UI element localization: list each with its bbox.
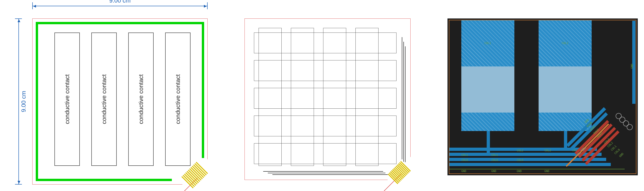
grid-row <box>254 143 396 164</box>
conductive-contact: conductive contact <box>128 32 154 166</box>
net-label: COL1 <box>461 154 468 157</box>
net-label: GND <box>491 170 496 173</box>
guard-ring-bottom <box>36 179 172 181</box>
net-label: COL0 <box>461 158 468 162</box>
board-outline-middle <box>244 18 410 180</box>
trace-vertical <box>632 21 636 104</box>
conductive-contact: conductive contact <box>165 32 190 166</box>
panel-right: COL1 COL2 COL1 COL1 COL2 COL2 COL2 COL0 … <box>448 18 638 175</box>
conductive-contact: conductive contact <box>91 32 117 166</box>
net-label: COL2 <box>562 42 568 45</box>
pad-icon <box>627 124 633 130</box>
grid-row <box>254 88 396 109</box>
pad-col <box>461 112 514 131</box>
trace <box>263 171 383 172</box>
trace <box>405 46 406 164</box>
guard-ring-top <box>36 22 204 24</box>
net-label: GND <box>461 170 466 173</box>
net-label: GND <box>630 64 634 69</box>
guard-ring-left <box>36 22 38 181</box>
trace <box>268 173 386 173</box>
contact-label: conductive contact <box>64 74 71 124</box>
board-outline-left: conductive contact conductive contact co… <box>32 18 208 184</box>
net-label: GND <box>517 170 522 173</box>
net-label: GND <box>544 170 550 173</box>
net-label: COL1 <box>484 42 491 45</box>
net-label: GND <box>619 152 624 158</box>
panel-middle <box>244 18 410 180</box>
grid-row <box>254 60 396 81</box>
conductive-contact: conductive contact <box>54 32 80 166</box>
guard-ring-right <box>202 22 204 158</box>
dimension-height: 9.00 cm <box>16 18 23 184</box>
contact-label: conductive contact <box>100 74 108 124</box>
pad-col-inner <box>461 66 514 112</box>
trace <box>272 174 388 175</box>
contact-label: conductive contact <box>174 74 182 124</box>
dimension-width: 9.00 cm <box>32 4 208 10</box>
grid-row <box>254 32 396 53</box>
trace <box>404 42 404 162</box>
grid-row <box>254 116 396 136</box>
connector-zone: COL3 COL2 COL1 COL0 ROW3 ROW2 ROW1 ROW0 … <box>566 104 636 173</box>
net-label: COL0 <box>491 158 498 162</box>
net-label: COL2 <box>544 149 551 152</box>
contact-label: conductive contact <box>138 74 144 124</box>
trace <box>402 37 402 160</box>
net-label: COL0 <box>517 158 523 162</box>
trace-stub <box>487 131 490 153</box>
net-label: COL1 <box>491 154 498 157</box>
dimension-width-value: 9.00 cm <box>108 0 132 4</box>
net-label: COL2 <box>517 149 523 152</box>
panel-left: 9.00 cm 9.00 cm conductive contact condu… <box>18 14 212 184</box>
dimension-height-value: 9.00 cm <box>20 90 27 114</box>
